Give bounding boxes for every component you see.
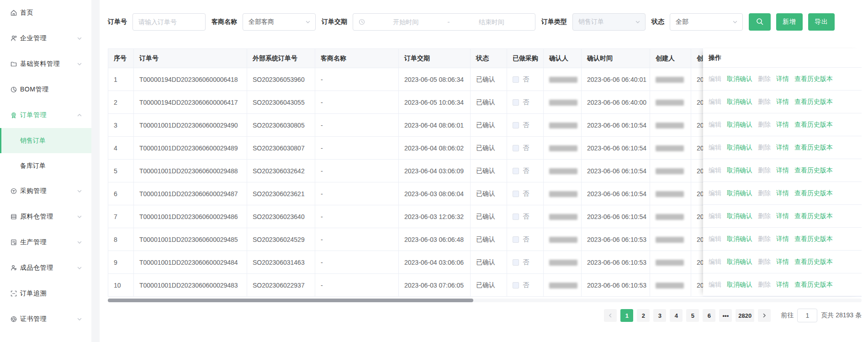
action-disabled-link[interactable]: 删除 xyxy=(758,212,771,220)
action-disabled-link[interactable]: 编辑 xyxy=(709,189,721,198)
action-enabled-link[interactable]: 查看历史版本 xyxy=(794,235,833,243)
sidebar-item-3[interactable]: 基础资料管理 xyxy=(0,51,91,77)
page-button-5[interactable]: 5 xyxy=(686,309,699,322)
export-button[interactable]: 导出 xyxy=(808,13,835,31)
action-enabled-link[interactable]: 详情 xyxy=(776,189,789,198)
sidebar-item-11[interactable]: 证书管理 xyxy=(0,306,91,332)
action-enabled-link[interactable]: 取消确认 xyxy=(727,189,752,198)
next-page-button[interactable] xyxy=(758,309,771,322)
action-disabled-link[interactable]: 编辑 xyxy=(709,281,721,289)
goto-label: 前往 xyxy=(781,311,794,320)
search-button[interactable] xyxy=(749,13,771,31)
action-enabled-link[interactable]: 取消确认 xyxy=(727,235,752,243)
checkbox-unchecked[interactable] xyxy=(513,236,519,243)
action-disabled-link[interactable]: 删除 xyxy=(758,281,771,289)
action-disabled-link[interactable]: 删除 xyxy=(758,189,771,198)
action-enabled-link[interactable]: 详情 xyxy=(776,212,789,220)
action-disabled-link[interactable]: 删除 xyxy=(758,166,771,175)
action-enabled-link[interactable]: 详情 xyxy=(776,144,789,152)
action-enabled-link[interactable]: 查看历史版本 xyxy=(794,121,833,129)
action-enabled-link[interactable]: 取消确认 xyxy=(727,212,752,220)
status-select[interactable]: 全部 xyxy=(670,13,743,31)
action-enabled-link[interactable]: 查看历史版本 xyxy=(794,166,833,175)
checkbox-unchecked[interactable] xyxy=(513,214,519,220)
action-disabled-link[interactable]: 删除 xyxy=(758,121,771,129)
add-button[interactable]: 新增 xyxy=(776,13,803,31)
action-disabled-link[interactable]: 删除 xyxy=(758,235,771,243)
action-enabled-link[interactable]: 查看历史版本 xyxy=(794,189,833,198)
page-button-4[interactable]: 4 xyxy=(670,309,683,322)
sidebar-item-5[interactable]: 订单管理 xyxy=(0,102,91,128)
action-enabled-link[interactable]: 取消确认 xyxy=(727,144,752,152)
page-button-6[interactable]: 6 xyxy=(703,309,715,322)
action-enabled-link[interactable]: 详情 xyxy=(776,281,789,289)
cell-confirm-time: 2023-06-06 06:40:01 xyxy=(582,68,650,91)
sidebar-item-1[interactable]: 首页 xyxy=(0,0,91,26)
sidebar-item-7[interactable]: 原料仓管理 xyxy=(0,204,91,230)
action-enabled-link[interactable]: 查看历史版本 xyxy=(794,281,833,289)
action-enabled-link[interactable]: 查看历史版本 xyxy=(794,144,833,152)
horizontal-scrollbar-track[interactable] xyxy=(108,299,862,302)
action-enabled-link[interactable]: 取消确认 xyxy=(727,281,752,289)
sidebar-item-10[interactable]: 订单追溯 xyxy=(0,281,91,306)
action-enabled-link[interactable]: 取消确认 xyxy=(727,258,752,266)
sidebar-item-2[interactable]: 企业管理 xyxy=(0,26,91,51)
checkbox-unchecked[interactable] xyxy=(513,99,519,106)
action-enabled-link[interactable]: 取消确认 xyxy=(727,121,752,129)
action-enabled-link[interactable]: 查看历史版本 xyxy=(794,212,833,220)
checkbox-unchecked[interactable] xyxy=(513,282,519,289)
checkbox-unchecked[interactable] xyxy=(513,168,519,174)
end-date-input[interactable] xyxy=(454,18,529,26)
action-enabled-link[interactable]: 取消确认 xyxy=(727,75,752,83)
action-enabled-link[interactable]: 详情 xyxy=(776,75,789,83)
action-disabled-link[interactable]: 编辑 xyxy=(709,166,721,175)
page-button-2820[interactable]: 2820 xyxy=(736,309,754,322)
column-header: 确认时间 xyxy=(582,49,650,68)
cell-ext-order-no: SO202306032642 xyxy=(247,160,315,182)
action-disabled-link[interactable]: 删除 xyxy=(758,258,771,266)
checkbox-unchecked[interactable] xyxy=(513,76,519,83)
action-disabled-link[interactable]: 编辑 xyxy=(709,144,721,152)
action-disabled-link[interactable]: 编辑 xyxy=(709,98,721,106)
sidebar-item-9[interactable]: 成品仓管理 xyxy=(0,255,91,281)
action-disabled-link[interactable]: 编辑 xyxy=(709,121,721,129)
order-no-input[interactable] xyxy=(132,13,206,31)
action-disabled-link[interactable]: 编辑 xyxy=(709,235,721,243)
sidebar-subitem-备库订单[interactable]: 备库订单 xyxy=(0,153,91,178)
action-enabled-link[interactable]: 详情 xyxy=(776,258,789,266)
due-date-range-picker[interactable]: - xyxy=(353,13,535,31)
start-date-input[interactable] xyxy=(368,18,444,26)
cell-index: 5 xyxy=(108,160,134,182)
action-enabled-link[interactable]: 详情 xyxy=(776,166,789,175)
action-enabled-link[interactable]: 取消确认 xyxy=(727,98,752,106)
action-enabled-link[interactable]: 详情 xyxy=(776,235,789,243)
prev-page-button[interactable] xyxy=(604,309,617,322)
sidebar-subitem-销售订单[interactable]: 销售订单 xyxy=(0,128,91,153)
page-button-1[interactable]: 1 xyxy=(620,309,633,322)
action-enabled-link[interactable]: 详情 xyxy=(776,98,789,106)
page-button-2[interactable]: 2 xyxy=(637,309,650,322)
sidebar-item-6[interactable]: 采购管理 xyxy=(0,178,91,204)
action-disabled-link[interactable]: 删除 xyxy=(758,75,771,83)
sidebar-item-4[interactable]: BOM管理 xyxy=(0,77,91,102)
action-enabled-link[interactable]: 取消确认 xyxy=(727,166,752,175)
goto-page-input[interactable] xyxy=(797,309,817,322)
action-enabled-link[interactable]: 详情 xyxy=(776,121,789,129)
horizontal-scrollbar-thumb[interactable] xyxy=(108,299,473,302)
checkbox-unchecked[interactable] xyxy=(513,145,519,151)
customer-select[interactable]: 全部客商 xyxy=(243,13,316,31)
action-disabled-link[interactable]: 编辑 xyxy=(709,75,721,83)
checkbox-unchecked[interactable] xyxy=(513,191,519,197)
checkbox-unchecked[interactable] xyxy=(513,259,519,266)
action-enabled-link[interactable]: 查看历史版本 xyxy=(794,258,833,266)
page-button-3[interactable]: 3 xyxy=(653,309,666,322)
action-enabled-link[interactable]: 查看历史版本 xyxy=(794,75,833,83)
checkbox-unchecked[interactable] xyxy=(513,122,519,128)
more-pages-button[interactable]: ••• xyxy=(719,309,732,322)
sidebar-item-8[interactable]: 生产管理 xyxy=(0,230,91,255)
action-disabled-link[interactable]: 编辑 xyxy=(709,212,721,220)
action-disabled-link[interactable]: 编辑 xyxy=(709,258,721,266)
action-disabled-link[interactable]: 删除 xyxy=(758,98,771,106)
action-disabled-link[interactable]: 删除 xyxy=(758,144,771,152)
action-enabled-link[interactable]: 查看历史版本 xyxy=(794,98,833,106)
